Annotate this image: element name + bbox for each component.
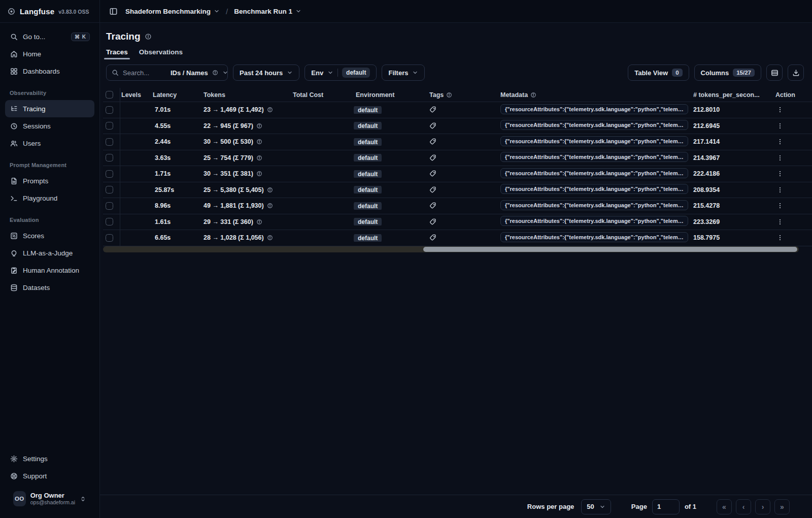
tag-icon[interactable] [429,106,492,113]
row-height-button[interactable] [766,64,783,81]
table-row[interactable]: 4.55s 22 → 945 (Σ 967) default {"resourc… [103,118,812,135]
tag-icon[interactable] [429,122,492,130]
metadata-json-pill[interactable]: {"resourceAttributes":{"telemetry.sdk.la… [500,136,688,146]
table-row[interactable]: 8.96s 49 → 1,881 (Σ 1,930) default {"res… [103,198,812,214]
previous-page-button[interactable]: ‹ [736,499,751,514]
download-button[interactable] [788,64,804,81]
row-actions-menu-button[interactable] [775,218,785,225]
row-actions-menu-button[interactable] [775,154,785,161]
sidebar-item-tracing[interactable]: Tracing [5,100,94,117]
search-input[interactable] [123,69,162,77]
account-switcher[interactable]: OO Org Owner ops@shadeform.ai [10,489,89,509]
row-actions-menu-button[interactable] [775,234,785,241]
row-actions-menu-button[interactable] [775,138,785,145]
row-actions-menu-button[interactable] [775,186,785,193]
metadata-json-pill[interactable]: {"resourceAttributes":{"telemetry.sdk.la… [500,104,688,114]
table-row[interactable]: 7.01s 23 → 1,469 (Σ 1,492) default {"res… [103,102,812,118]
column-header-tokens[interactable]: Tokens [199,91,289,99]
sidebar-item-playground[interactable]: Playground [5,189,94,207]
column-header-tokens-per-second[interactable]: # tokens_per_secon... [689,91,768,99]
info-icon[interactable] [256,155,262,161]
next-page-button[interactable]: › [755,499,770,514]
tab-observations[interactable]: Observations [139,48,183,59]
row-actions-menu-button[interactable] [775,202,785,209]
tab-traces[interactable]: Traces [106,48,128,59]
sidebar-item-llm-as-a-judge[interactable]: LLM-as-a-Judge [5,244,94,262]
tag-icon[interactable] [429,202,492,209]
table-row[interactable]: 3.63s 25 → 754 (Σ 779) default {"resourc… [103,150,812,167]
column-header-environment[interactable]: Environment [352,91,425,99]
time-range-select[interactable]: Past 24 hours [233,64,299,81]
metadata-json-pill[interactable]: {"resourceAttributes":{"telemetry.sdk.la… [500,152,688,162]
info-icon[interactable] [145,33,152,40]
search-input-group[interactable]: IDs / Names [106,64,228,81]
environment-filter[interactable]: Env default [304,64,377,81]
sidebar-item-datasets[interactable]: Datasets [5,279,94,296]
sidebar-item-dashboards[interactable]: Dashboards [5,62,94,80]
info-icon[interactable] [267,187,273,193]
columns-button[interactable]: Columns 15/27 [694,64,761,81]
sidebar-item-users[interactable]: Users [5,135,94,152]
sidebar-item-goto[interactable]: Go to... ⌘ K [5,28,94,45]
info-icon[interactable] [256,139,262,145]
row-actions-menu-button[interactable] [775,122,785,130]
page-number-input[interactable] [652,499,680,514]
row-checkbox[interactable] [106,234,113,242]
row-checkbox[interactable] [106,170,113,178]
tag-icon[interactable] [429,186,492,193]
horizontal-scrollbar-thumb[interactable] [423,247,797,252]
table-row[interactable]: 2.44s 30 → 500 (Σ 530) default {"resourc… [103,134,812,150]
sidebar-item-sessions[interactable]: Sessions [5,117,94,135]
rows-per-page-select[interactable]: 50 [581,499,611,514]
sidebar-item-settings[interactable]: Settings [5,450,94,467]
info-icon[interactable] [267,107,273,113]
row-checkbox[interactable] [106,218,113,225]
table-row[interactable]: 6.65s 28 → 1,028 (Σ 1,056) default {"res… [103,230,812,246]
info-icon[interactable] [256,219,262,225]
sidebar-item-support[interactable]: Support [5,467,94,484]
filters-button[interactable]: Filters [382,64,425,81]
first-page-button[interactable]: « [717,499,732,514]
sidebar-item-scores[interactable]: Scores [5,227,94,244]
metadata-json-pill[interactable]: {"resourceAttributes":{"telemetry.sdk.la… [500,184,688,194]
sidebar-toggle-button[interactable] [106,4,120,18]
table-row[interactable]: 25.87s 25 → 5,380 (Σ 5,405) default {"re… [103,182,812,199]
metadata-json-pill[interactable]: {"resourceAttributes":{"telemetry.sdk.la… [500,200,688,210]
tag-icon[interactable] [429,138,492,145]
tag-icon[interactable] [429,154,492,161]
select-all-checkbox[interactable] [106,91,113,99]
tag-icon[interactable] [429,218,492,225]
row-actions-menu-button[interactable] [775,170,785,177]
info-icon[interactable] [256,171,262,177]
column-header-levels[interactable]: Levels [120,91,149,99]
column-header-tags[interactable]: Tags [425,91,496,99]
row-checkbox[interactable] [106,186,113,193]
table-view-button[interactable]: Table View 0 [628,64,689,81]
column-header-metadata[interactable]: Metadata [496,91,689,99]
metadata-json-pill[interactable]: {"resourceAttributes":{"telemetry.sdk.la… [500,232,688,242]
breadcrumb-organization[interactable]: Shadeform Benchmarking [125,8,220,15]
sidebar-item-human-annotation[interactable]: Human Annotation [5,262,94,279]
row-checkbox[interactable] [106,122,113,130]
breadcrumb-project[interactable]: Benchmark Run 1 [234,8,301,15]
row-checkbox[interactable] [106,202,113,210]
column-header-total-cost[interactable]: Total Cost [289,91,352,99]
row-actions-menu-button[interactable] [775,106,785,113]
last-page-button[interactable]: » [774,499,790,514]
row-checkbox[interactable] [106,138,113,146]
info-icon[interactable] [267,203,273,209]
tag-icon[interactable] [429,170,492,177]
tag-icon[interactable] [429,234,492,241]
info-icon[interactable] [256,123,262,129]
metadata-json-pill[interactable]: {"resourceAttributes":{"telemetry.sdk.la… [500,168,688,178]
column-header-latency[interactable]: Latency [149,91,199,99]
row-checkbox[interactable] [106,106,113,114]
table-row[interactable]: 1.71s 30 → 351 (Σ 381) default {"resourc… [103,166,812,182]
metadata-json-pill[interactable]: {"resourceAttributes":{"telemetry.sdk.la… [500,216,688,226]
sidebar-item-prompts[interactable]: Prompts [5,172,94,189]
horizontal-scrollbar[interactable] [103,246,799,252]
sidebar-item-home[interactable]: Home [5,45,94,62]
row-checkbox[interactable] [106,154,113,161]
info-icon[interactable] [267,235,273,241]
metadata-json-pill[interactable]: {"resourceAttributes":{"telemetry.sdk.la… [500,120,688,130]
